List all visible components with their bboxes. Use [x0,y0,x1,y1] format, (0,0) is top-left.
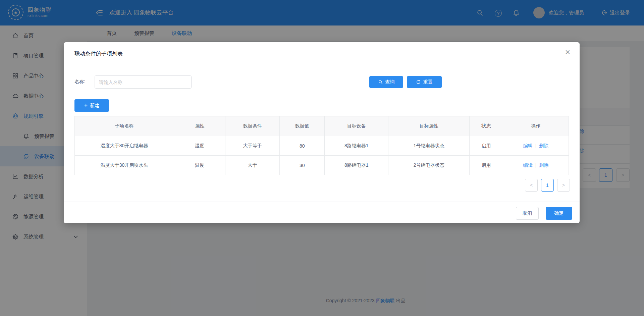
pagination-next[interactable]: > [557,179,570,192]
confirm-button[interactable]: 确定 [546,207,572,220]
divider [64,202,580,202]
cell-condition: 大于 [225,156,280,175]
table-header-row: 子项名称 属性 数据条件 数据值 目标设备 目标属性 状态 操作 [75,116,569,136]
table-row: 湿度大于80开启继电器 湿度 大于等于 80 8路继电器1 1号继电器状态 启用… [75,136,569,156]
cell-actions: 编辑|删除 [503,156,569,175]
cell-status: 启用 [469,156,503,175]
cell-attribute: 湿度 [174,136,225,156]
divider: | [535,162,537,168]
cell-target-attribute: 2号继电器状态 [388,156,470,175]
divider: | [535,143,537,148]
cell-status: 启用 [469,136,503,156]
query-button[interactable]: 查询 [369,76,403,88]
app-window: ◉ 四象物聯 sxlinks.com 欢迎进入 四象物联云平台 ? 欢迎您，管理… [0,0,644,316]
name-label: 名称: [74,79,85,85]
name-input[interactable] [95,75,192,89]
cancel-button[interactable]: 取消 [516,207,539,220]
col-header-status: 状态 [469,116,503,136]
create-button[interactable]: + 新建 [74,99,109,112]
col-header-attribute: 属性 [174,116,225,136]
table-row: 温度大于30开启喷水头 温度 大于 30 8路继电器1 2号继电器状态 启用 编… [75,156,569,175]
cell-value: 80 [280,136,325,156]
cell-target-device: 8路继电器1 [325,156,388,175]
cell-name: 温度大于30开启喷水头 [75,156,174,175]
sub-items-table: 子项名称 属性 数据条件 数据值 目标设备 目标属性 状态 操作 湿度大于80开… [74,116,569,175]
edit-link[interactable]: 编辑 [523,143,533,148]
col-header-condition: 数据条件 [225,116,280,136]
query-label: 查询 [385,79,395,85]
col-header-target-device: 目标设备 [325,116,388,136]
search-icon [378,80,383,85]
edit-link[interactable]: 编辑 [523,162,533,168]
col-header-value: 数据值 [280,116,325,136]
cell-condition: 大于等于 [225,136,280,156]
cell-attribute: 温度 [174,156,225,175]
refresh-icon [416,80,421,85]
linkage-conditions-modal: 联动条件的子项列表 × 名称: 查询 重置 + 新建 子项名称 属性 [64,42,580,223]
cell-target-device: 8路继电器1 [325,136,388,156]
reset-label: 重置 [423,79,433,85]
close-icon[interactable]: × [565,48,570,56]
plus-icon: + [84,102,88,108]
divider [64,65,580,65]
col-header-target-attribute: 目标属性 [388,116,470,136]
pagination-prev[interactable]: < [525,179,538,192]
cell-value: 30 [280,156,325,175]
cell-actions: 编辑|删除 [503,136,569,156]
col-header-actions: 操作 [503,116,569,136]
reset-button[interactable]: 重置 [407,76,442,88]
modal-title: 联动条件的子项列表 [74,50,123,57]
delete-link[interactable]: 删除 [539,162,548,168]
cell-name: 湿度大于80开启继电器 [75,136,174,156]
pagination-page-1[interactable]: 1 [541,179,554,192]
cell-target-attribute: 1号继电器状态 [388,136,470,156]
col-header-name: 子项名称 [75,116,174,136]
delete-link[interactable]: 删除 [539,143,548,148]
create-label: 新建 [90,103,99,109]
